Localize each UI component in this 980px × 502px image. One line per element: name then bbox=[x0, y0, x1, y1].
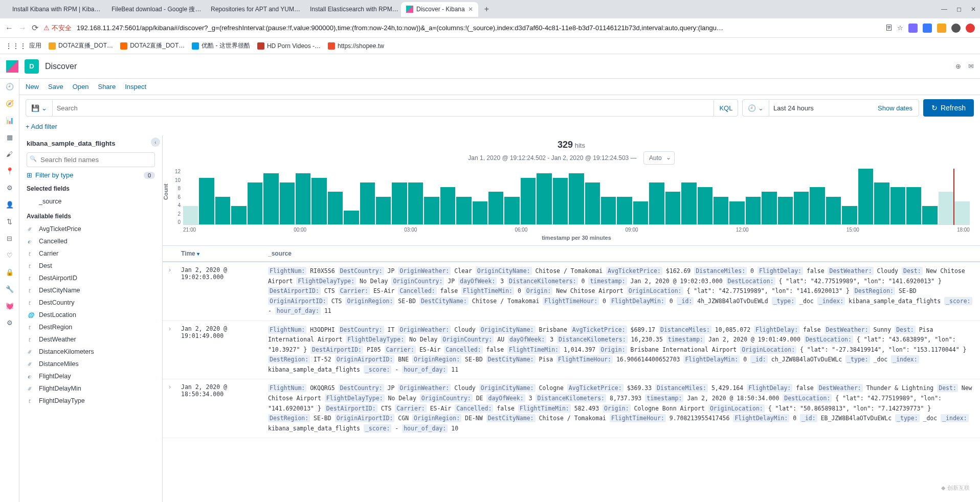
chart-bar[interactable] bbox=[939, 192, 953, 224]
chart-bar[interactable] bbox=[392, 182, 407, 224]
browser-tab[interactable]: FileBeat download - Google 搜…✕ bbox=[103, 2, 201, 17]
chart-bar[interactable] bbox=[810, 187, 825, 224]
field-item[interactable]: tDestRegion bbox=[27, 321, 155, 333]
field-item[interactable]: #DistanceKilometers bbox=[27, 346, 155, 358]
filter-by-type[interactable]: ⊞ Filter by type 0 bbox=[27, 171, 155, 179]
bookmark-item[interactable]: DOTA2直播_DOT… bbox=[120, 41, 185, 50]
chart-bar[interactable] bbox=[729, 201, 744, 224]
forward-button[interactable]: → bbox=[18, 24, 27, 33]
chart-bar[interactable] bbox=[601, 197, 616, 225]
extension-icon[interactable] bbox=[937, 24, 946, 33]
chart-bar[interactable] bbox=[842, 206, 857, 224]
browser-tab[interactable]: Install Elasticsearch with RPM…✕ bbox=[302, 2, 399, 17]
chart-bar[interactable] bbox=[890, 187, 905, 224]
chart-bar[interactable] bbox=[665, 192, 680, 224]
nav-ml-icon[interactable]: ⚙ bbox=[7, 184, 13, 192]
bookmark-item[interactable]: HD Porn Videos -… bbox=[257, 41, 321, 50]
chart-bar[interactable] bbox=[280, 182, 295, 224]
chart-bar[interactable] bbox=[473, 201, 487, 224]
menu-open[interactable]: Open bbox=[73, 83, 89, 90]
chart-bar[interactable] bbox=[746, 197, 761, 225]
chart-bar[interactable] bbox=[408, 182, 423, 224]
nav-visualize-icon[interactable]: 📊 bbox=[6, 117, 14, 124]
chart-bar[interactable] bbox=[537, 173, 551, 224]
chart-bar[interactable] bbox=[633, 201, 648, 224]
nav-maps-icon[interactable]: 📍 bbox=[6, 167, 14, 175]
extension-icon[interactable] bbox=[923, 24, 932, 33]
interval-select[interactable]: Auto bbox=[643, 151, 675, 165]
chart-bar[interactable] bbox=[826, 197, 841, 225]
chart-bar[interactable] bbox=[553, 178, 568, 224]
chart-bar[interactable] bbox=[296, 173, 310, 224]
nav-dashboard-icon[interactable]: ▦ bbox=[7, 133, 13, 141]
reload-button[interactable]: ⟳ bbox=[32, 23, 38, 33]
back-button[interactable]: ← bbox=[5, 24, 13, 33]
translate-icon[interactable]: 🈂 bbox=[885, 24, 892, 32]
chart-bar[interactable] bbox=[874, 182, 889, 224]
chart-bar[interactable] bbox=[521, 178, 536, 224]
chart-bar[interactable] bbox=[488, 192, 503, 224]
field-item[interactable]: _source bbox=[27, 195, 155, 208]
add-filter-button[interactable]: + Add filter bbox=[26, 123, 57, 130]
time-range-label[interactable]: Last 24 hours bbox=[769, 100, 872, 116]
chart-bar[interactable] bbox=[376, 197, 391, 225]
menu-new[interactable]: New bbox=[26, 83, 39, 90]
avatar-icon[interactable] bbox=[951, 24, 961, 33]
bookmark-item[interactable]: https://shopee.tw bbox=[328, 41, 384, 50]
nav-discover-icon[interactable]: 🧭 bbox=[6, 100, 14, 107]
column-time[interactable]: Time ▾ bbox=[181, 250, 268, 257]
chart-bar[interactable] bbox=[714, 197, 728, 225]
chart-bar[interactable] bbox=[585, 182, 600, 224]
chart-bar[interactable] bbox=[762, 192, 776, 224]
chart-bar[interactable] bbox=[906, 187, 921, 224]
collapse-sidebar-icon[interactable]: ‹ bbox=[151, 138, 160, 147]
chart-bar[interactable] bbox=[440, 187, 455, 224]
kibana-logo-icon[interactable] bbox=[6, 60, 18, 73]
url-text[interactable]: 192.168.11.247:5601/app/kibana#/discover… bbox=[77, 24, 880, 32]
mail-icon[interactable]: ✉ bbox=[968, 62, 974, 70]
saved-query-button[interactable]: 💾 ⌄ bbox=[26, 100, 53, 116]
field-item[interactable]: ◐FlightDelay bbox=[27, 370, 155, 382]
chart-bar[interactable] bbox=[360, 182, 375, 224]
menu-inspect[interactable]: Inspect bbox=[125, 83, 146, 90]
field-item[interactable]: #FlightDelayMin bbox=[27, 382, 155, 395]
chart-bar[interactable] bbox=[794, 192, 809, 224]
chart-bar[interactable] bbox=[215, 197, 230, 225]
field-item[interactable]: tDestAirportID bbox=[27, 272, 155, 284]
nav-devtools-icon[interactable]: 🔧 bbox=[6, 285, 14, 293]
chart-bar[interactable] bbox=[778, 197, 793, 225]
extension-icon[interactable] bbox=[908, 24, 918, 33]
field-item[interactable]: ◐Cancelled bbox=[27, 235, 155, 247]
nav-logs-icon[interactable]: ⇅ bbox=[7, 218, 12, 225]
field-item[interactable]: tDestCityName bbox=[27, 284, 155, 296]
nav-monitoring-icon[interactable]: 💓 bbox=[6, 302, 14, 310]
show-dates-link[interactable]: Show dates bbox=[872, 100, 919, 116]
apps-button[interactable]: ⋮⋮⋮ 应用 bbox=[5, 41, 41, 50]
expand-row-icon[interactable]: › bbox=[169, 325, 171, 332]
field-item[interactable]: #AvgTicketPrice bbox=[27, 223, 155, 235]
menu-share[interactable]: Share bbox=[98, 83, 116, 90]
chart-bar[interactable] bbox=[858, 169, 873, 224]
chart-bar[interactable] bbox=[231, 206, 246, 224]
field-item[interactable]: #DistanceMiles bbox=[27, 358, 155, 370]
chart-bar[interactable] bbox=[954, 201, 969, 224]
newsfeed-icon[interactable]: ⊕ bbox=[955, 62, 961, 70]
browser-tab[interactable]: Discover - Kibana✕ bbox=[401, 2, 478, 17]
search-input[interactable] bbox=[53, 100, 714, 116]
field-item[interactable]: tFlightDelayType bbox=[27, 395, 155, 407]
field-item[interactable]: tDest bbox=[27, 260, 155, 272]
kql-toggle[interactable]: KQL bbox=[714, 100, 738, 116]
index-pattern-name[interactable]: kibana_sample_data_flights bbox=[27, 140, 155, 147]
chart-bar[interactable] bbox=[248, 182, 262, 224]
chart-bar[interactable] bbox=[698, 187, 712, 224]
field-item[interactable]: 🌐DestLocation bbox=[27, 309, 155, 321]
chart-bar[interactable] bbox=[424, 197, 439, 225]
extension-icon[interactable] bbox=[966, 24, 975, 33]
window-minimize[interactable]: — bbox=[941, 6, 947, 13]
nav-canvas-icon[interactable]: 🖌 bbox=[6, 150, 13, 158]
chart-bar[interactable] bbox=[344, 211, 359, 224]
bookmark-item[interactable]: 优酷 - 这世界很酷 bbox=[192, 41, 250, 50]
chart-bar[interactable] bbox=[681, 182, 696, 224]
field-search-input[interactable] bbox=[27, 152, 155, 167]
chart-bar[interactable] bbox=[504, 197, 519, 225]
